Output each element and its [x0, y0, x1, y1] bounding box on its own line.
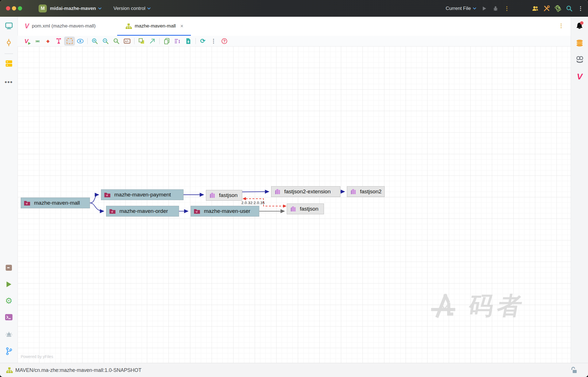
graph-node-fastjson[interactable]: fastjson	[206, 190, 242, 201]
node-label: mazhe-maven-payment	[114, 192, 171, 198]
node-label: fastjson	[300, 206, 318, 212]
apply-layout-button[interactable]	[53, 37, 64, 46]
refresh-button[interactable]: ⟳	[197, 37, 208, 46]
search-icon	[566, 5, 573, 12]
notifications-bell-icon	[576, 21, 584, 30]
tabbar-more-kebab-icon[interactable]: ⋮	[559, 23, 564, 28]
main-menu-button[interactable]: ⋮	[575, 0, 586, 17]
dependency-analysis-button[interactable]: ◆	[43, 37, 53, 46]
maven-module-icon	[194, 208, 200, 214]
node-label: fastjson2-extension	[284, 188, 331, 195]
tab-label: mazhe-maven-mall	[135, 23, 176, 29]
toolwindow-commit-button[interactable]	[0, 39, 18, 46]
toolwindow-problems-button[interactable]	[0, 331, 18, 338]
maven-module-icon	[104, 192, 111, 198]
toolwindow-dependencies-button[interactable]	[0, 264, 18, 271]
conflict-version-label: 2.0.32:2.0.35	[241, 201, 265, 205]
help-icon: ?	[222, 38, 227, 44]
tab-module-graph[interactable]: mazhe-maven-mall ×	[125, 17, 184, 35]
graph-node-fastjson2-extension[interactable]: fastjson2-extension	[271, 186, 340, 197]
notifications-button[interactable]	[571, 21, 588, 30]
minimize-window-button[interactable]	[12, 6, 16, 10]
maven-v-icon: V	[25, 23, 29, 29]
kebab-icon: ⋮	[578, 6, 583, 11]
project-name: midai-mazhe-maven	[50, 6, 96, 11]
show-diagram-popup-button[interactable]	[136, 37, 147, 46]
database-button[interactable]	[571, 39, 588, 47]
alarm-icon	[5, 331, 13, 338]
more-kebab-icon: ⋮	[504, 6, 510, 11]
powered-by-label: Powered by yFiles	[21, 354, 53, 359]
open-in-new-button[interactable]	[147, 37, 158, 46]
chevron-down-icon	[98, 7, 102, 10]
export-file-icon	[186, 38, 191, 44]
grid-snap-icon	[67, 38, 73, 44]
refresh-icon: ⟳	[200, 38, 205, 44]
toolwindow-run-button[interactable]	[0, 281, 18, 288]
left-toolwindow-bar: ••• ⚙	[0, 17, 18, 363]
maximize-window-button[interactable]	[18, 6, 22, 10]
toolwindow-git-button[interactable]	[0, 347, 18, 355]
lock-toggle[interactable]	[570, 367, 577, 375]
database-icon	[576, 39, 583, 47]
collapse-all-button[interactable]: »«	[32, 37, 43, 46]
toolbar-separator	[159, 38, 160, 44]
project-menu[interactable]: midai-mazhe-maven	[50, 0, 102, 17]
run-config-selector[interactable]: Current File	[446, 0, 476, 17]
maven-reimport-button[interactable]: V▶	[21, 37, 32, 46]
package-icon	[5, 264, 12, 271]
close-icon[interactable]: ×	[180, 23, 184, 29]
graph-node-fastjson2[interactable]: fastjson2	[347, 186, 385, 197]
close-window-button[interactable]	[6, 6, 10, 10]
reset-zoom-button[interactable]: 1:1	[111, 37, 122, 46]
zoom-in-icon	[92, 38, 98, 44]
graph-node-mazhe-maven-payment[interactable]: mazhe-maven-payment	[101, 189, 184, 200]
graph-node-mazhe-maven-mall[interactable]: mazhe-maven-mall	[21, 198, 90, 208]
project-icon: M	[39, 5, 47, 12]
maven-v-icon: V	[577, 72, 582, 81]
snap-to-grid-button[interactable]	[64, 37, 75, 46]
edit-properties-button[interactable]	[172, 37, 183, 46]
search-everywhere-button[interactable]	[564, 0, 575, 17]
status-module-info[interactable]: MAVEN/cn.ma-zhe:mazhe-maven-mall:1.0-SNA…	[6, 363, 142, 377]
debug-button[interactable]	[490, 0, 501, 17]
maven-module-icon	[24, 200, 30, 206]
more-toolwindows-button[interactable]: •••	[0, 79, 18, 86]
toolwindow-project-button[interactable]	[0, 22, 18, 29]
build-tools-button[interactable]	[541, 0, 552, 17]
maven-toolwindow-button[interactable]: V	[571, 72, 588, 81]
copy-diagram-button[interactable]	[161, 37, 172, 46]
layers-icon	[138, 38, 145, 44]
debug-bug-icon	[493, 6, 498, 11]
diagram-more-button[interactable]: ⋮	[208, 37, 219, 46]
ai-assistant-button[interactable]	[571, 56, 588, 63]
graph-node-mazhe-maven-order[interactable]: mazhe-maven-order	[106, 206, 179, 217]
open-in-new-icon	[149, 38, 155, 44]
users-icon	[532, 5, 539, 12]
graph-node-mazhe-maven-user[interactable]: mazhe-maven-user	[191, 206, 259, 217]
module-graph-icon	[6, 367, 13, 374]
toolwindow-terminal-button[interactable]	[0, 314, 18, 321]
toolwindow-services-button[interactable]	[0, 60, 18, 67]
plugins-button[interactable]	[552, 0, 564, 17]
commit-icon	[5, 39, 12, 46]
toolwindow-settings-button[interactable]: ⚙	[0, 297, 18, 305]
graph-node-fastjson-conflict[interactable]: fastjson	[287, 204, 324, 214]
code-with-me-button[interactable]	[530, 0, 541, 17]
node-label: mazhe-maven-user	[204, 208, 250, 214]
tab-pom-xml[interactable]: V pom.xml (mazhe-maven-mall)	[25, 17, 96, 35]
show-hide-button[interactable]	[75, 37, 86, 46]
help-button[interactable]: ?	[219, 37, 230, 46]
edit-properties-icon	[174, 39, 181, 44]
run-more-menu[interactable]: ⋮	[501, 0, 513, 17]
zoom-in-button[interactable]	[89, 37, 100, 46]
run-config-label: Current File	[446, 6, 471, 11]
more-icon: •••	[5, 79, 13, 86]
vcs-menu[interactable]: Version control	[113, 0, 151, 17]
run-button[interactable]	[479, 0, 490, 17]
settings-gear-icon: ⚙	[5, 297, 12, 305]
fit-content-button[interactable]	[122, 37, 132, 46]
vcs-label: Version control	[113, 6, 145, 11]
export-diagram-button[interactable]	[183, 37, 194, 46]
zoom-out-button[interactable]	[100, 37, 111, 46]
